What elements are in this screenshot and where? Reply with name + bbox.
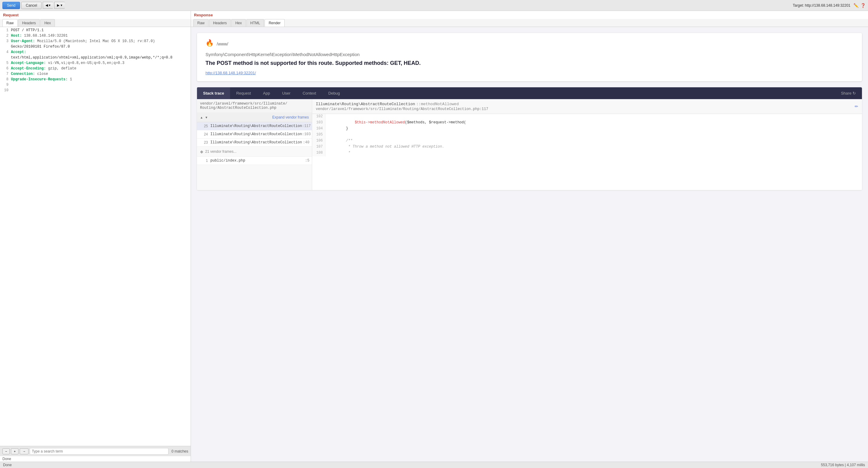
request-code-area[interactable]: 1 POST / HTTP/1.1 2 Host: 138.68.148.149… [0, 27, 191, 446]
tab-html-response[interactable]: HTML [246, 19, 264, 27]
code-line: text/html,application/xhtml+xml,applicat… [0, 56, 191, 61]
edit-code-icon[interactable]: ✏ [855, 104, 858, 109]
top-toolbar: Send Cancel ◀ ▾ ▶ ▾ Target: http://138.6… [0, 0, 868, 11]
sort-down-icon[interactable] [205, 115, 208, 119]
stack-tab-share[interactable]: Share ↻ [835, 87, 862, 99]
code-line: 6 Accept-Encoding: gzip, deflate [0, 66, 191, 72]
code-line: 5 Accept-Language: vi-VN,vi;q=0.8,en-US;… [0, 61, 191, 66]
vendor-icon: ◆ [200, 149, 204, 154]
main-area: Request Raw Headers Hex 1 POST / HTTP/1.… [0, 11, 868, 462]
search-prev-button[interactable]: − [2, 448, 10, 455]
code-line: 1 POST / HTTP/1.1 [0, 28, 191, 34]
target-label: Target: http://138.68.148.149:32201 [793, 3, 850, 7]
top-file-path2: Routing/AbstractRouteCollection.php [200, 106, 309, 110]
stack-trace-container: Stack trace Request App User Context Deb… [197, 87, 862, 190]
code-line: 2 Host: 138.68.148.149:32201 [0, 34, 191, 39]
tab-headers-request[interactable]: Headers [18, 19, 40, 27]
status-size-label: 553,716 bytes | 4,107 millis [821, 463, 865, 467]
vendor-frames-group[interactable]: ◆ 21 vendor frames... [197, 147, 312, 157]
code-viewer: Illuminate\Routing\AbstractRouteCollecti… [312, 99, 862, 190]
code-class-name: Illuminate\Routing\AbstractRouteCollecti… [316, 102, 415, 106]
response-panel: Response Raw Headers Hex HTML Render 🔥 /… [191, 11, 868, 462]
cancel-button[interactable]: Cancel [21, 2, 41, 9]
code-line-item: 103 $this->methodNotAllowed($methods, $r… [312, 120, 862, 126]
code-line-item: 107 * Throw a method not allowed HTTP ex… [312, 144, 862, 150]
exception-class: Symfony\Component\HttpKernel\Exception\M… [206, 52, 854, 57]
code-line: Gecko/20100101 Firefox/87.0 [0, 44, 191, 50]
frame-item[interactable]: 25 Illuminate\Routing\AbstractRouteColle… [197, 122, 312, 130]
send-button[interactable]: Send [2, 2, 20, 9]
tab-headers-response[interactable]: Headers [209, 19, 230, 27]
error-card: 🔥 /www/ Symfony\Component\HttpKernel\Exc… [197, 33, 862, 81]
code-lines[interactable]: 102 103 $this->methodNotAllowed($methods… [312, 114, 862, 190]
stack-tab-context[interactable]: Context [297, 87, 322, 99]
stack-tab-trace[interactable]: Stack trace [197, 87, 230, 99]
search-add-button[interactable]: + [11, 448, 18, 455]
nav-group-left: ◀ ▾ [43, 2, 53, 9]
nav-back-button[interactable]: ◀ ▾ [43, 2, 53, 9]
code-header: Illuminate\Routing\AbstractRouteCollecti… [312, 99, 862, 114]
vendor-frames-label: 21 vendor frames... [205, 150, 237, 154]
help-icon[interactable]: ❓ [861, 3, 866, 8]
exception-message: The POST method is not supported for thi… [206, 59, 854, 67]
code-line-item: 104 } [312, 126, 862, 132]
request-panel-title: Request [0, 11, 191, 19]
tab-hex-response[interactable]: Hex [231, 19, 246, 27]
response-tab-bar: Raw Headers Hex HTML Render [191, 19, 868, 27]
request-tab-bar: Raw Headers Hex [0, 19, 191, 27]
flame-icon: 🔥 [206, 39, 214, 47]
tab-hex-request[interactable]: Hex [40, 19, 55, 27]
status-done: Done [0, 456, 191, 462]
stack-body: vendor/laravel/framework/src/Illuminate/… [197, 99, 862, 190]
exception-link[interactable]: http://138.68.148.149:32201/ [206, 71, 256, 75]
match-count: 0 matches [172, 449, 188, 454]
code-line: 7 Connection: close [0, 72, 191, 77]
frame-item[interactable]: 24 Illuminate\Routing\AbstractRouteColle… [197, 130, 312, 138]
search-bar: − + → 0 matches [0, 446, 191, 456]
target-icons: ✏️ ❓ [854, 3, 866, 8]
stack-frames: vendor/laravel/framework/src/Illuminate/… [197, 99, 312, 190]
code-line: 10 [0, 88, 191, 94]
top-file-path: vendor/laravel/framework/src/Illuminate/ [200, 101, 309, 106]
nav-group-right: ▶ ▾ [54, 2, 65, 9]
stack-tab-user[interactable]: User [276, 87, 297, 99]
code-line: 3 User-Agent: Mozilla/5.0 (Macintosh; In… [0, 39, 191, 44]
breadcrumb-path: /www/ [217, 41, 228, 46]
stack-tab-app[interactable]: App [257, 87, 276, 99]
frame-header: Expand vendor frames [197, 113, 312, 122]
request-panel: Request Raw Headers Hex 1 POST / HTTP/1.… [0, 11, 191, 462]
response-panel-title: Response [191, 11, 868, 19]
frame-item[interactable]: 23 Illuminate\Routing\AbstractRouteColle… [197, 138, 312, 147]
response-content-area[interactable]: 🔥 /www/ Symfony\Component\HttpKernel\Exc… [191, 27, 868, 462]
code-line: 9 [0, 83, 191, 88]
stack-tab-request[interactable]: Request [230, 87, 257, 99]
tab-raw-request[interactable]: Raw [2, 19, 18, 27]
frame-top-file: vendor/laravel/framework/src/Illuminate/… [197, 99, 312, 113]
tab-raw-response[interactable]: Raw [193, 19, 209, 27]
tab-render-response[interactable]: Render [265, 19, 284, 27]
stack-tab-debug[interactable]: Debug [322, 87, 346, 99]
expand-vendor-btn[interactable]: Expand vendor frames [272, 115, 309, 119]
nav-forward-button[interactable]: ▶ ▾ [54, 2, 65, 9]
code-file-path: vendor/laravel/framework/src/Illuminate/… [316, 107, 488, 111]
status-done-label: Done [3, 463, 12, 467]
code-method-name: ::methodNotAllowed [416, 102, 459, 106]
edit-target-icon[interactable]: ✏️ [854, 3, 859, 8]
code-line-item: 108 * [312, 150, 862, 156]
stack-tabs: Stack trace Request App User Context Deb… [197, 87, 862, 99]
search-next-button[interactable]: → [20, 448, 29, 455]
code-line: 4 Accept: [0, 50, 191, 56]
sort-up-icon[interactable] [200, 115, 203, 119]
search-input[interactable] [30, 448, 168, 455]
code-line-item: 106 /** [312, 138, 862, 144]
status-bar: Done 553,716 bytes | 4,107 millis [0, 462, 868, 468]
code-line-item: 102 [312, 114, 862, 120]
code-line: 8 Upgrade-Insecure-Requests: 1 [0, 77, 191, 83]
code-line-item: 105 [312, 132, 862, 138]
frame-item[interactable]: 1 public/index.php :5 [197, 157, 312, 165]
